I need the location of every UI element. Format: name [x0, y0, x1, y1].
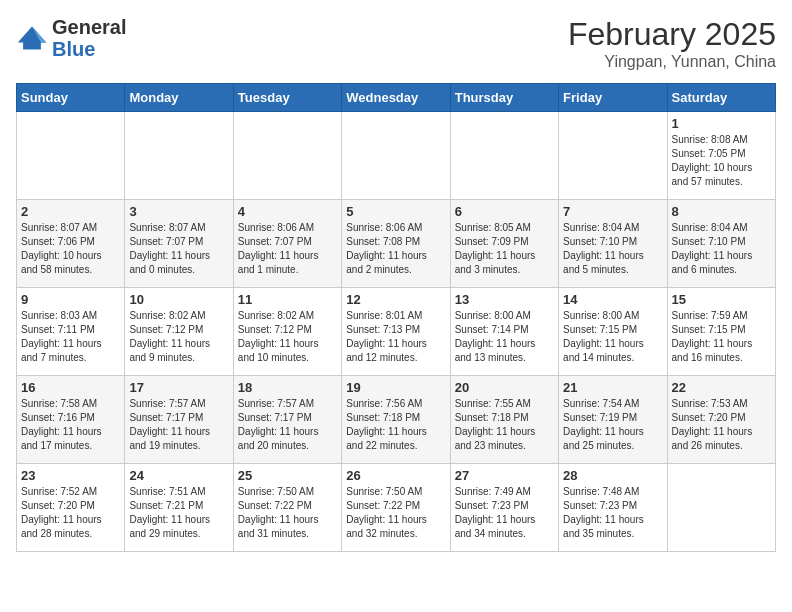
day-number: 12 — [346, 292, 445, 307]
title-block: February 2025 Yingpan, Yunnan, China — [568, 16, 776, 71]
location-subtitle: Yingpan, Yunnan, China — [568, 53, 776, 71]
day-number: 24 — [129, 468, 228, 483]
calendar-cell: 8Sunrise: 8:04 AM Sunset: 7:10 PM Daylig… — [667, 200, 775, 288]
calendar-cell: 20Sunrise: 7:55 AM Sunset: 7:18 PM Dayli… — [450, 376, 558, 464]
day-info: Sunrise: 8:03 AM Sunset: 7:11 PM Dayligh… — [21, 309, 120, 365]
calendar-cell — [342, 112, 450, 200]
day-info: Sunrise: 7:57 AM Sunset: 7:17 PM Dayligh… — [238, 397, 337, 453]
calendar-cell: 12Sunrise: 8:01 AM Sunset: 7:13 PM Dayli… — [342, 288, 450, 376]
day-info: Sunrise: 8:01 AM Sunset: 7:13 PM Dayligh… — [346, 309, 445, 365]
calendar-cell: 23Sunrise: 7:52 AM Sunset: 7:20 PM Dayli… — [17, 464, 125, 552]
day-info: Sunrise: 7:59 AM Sunset: 7:15 PM Dayligh… — [672, 309, 771, 365]
calendar-table: SundayMondayTuesdayWednesdayThursdayFrid… — [16, 83, 776, 552]
day-info: Sunrise: 8:07 AM Sunset: 7:07 PM Dayligh… — [129, 221, 228, 277]
day-number: 10 — [129, 292, 228, 307]
page-header: General Blue February 2025 Yingpan, Yunn… — [16, 16, 776, 71]
day-number: 23 — [21, 468, 120, 483]
day-info: Sunrise: 8:07 AM Sunset: 7:06 PM Dayligh… — [21, 221, 120, 277]
day-info: Sunrise: 8:00 AM Sunset: 7:14 PM Dayligh… — [455, 309, 554, 365]
week-row-3: 16Sunrise: 7:58 AM Sunset: 7:16 PM Dayli… — [17, 376, 776, 464]
calendar-cell: 25Sunrise: 7:50 AM Sunset: 7:22 PM Dayli… — [233, 464, 341, 552]
weekday-header-saturday: Saturday — [667, 84, 775, 112]
calendar-cell: 17Sunrise: 7:57 AM Sunset: 7:17 PM Dayli… — [125, 376, 233, 464]
day-number: 5 — [346, 204, 445, 219]
day-info: Sunrise: 7:56 AM Sunset: 7:18 PM Dayligh… — [346, 397, 445, 453]
week-row-2: 9Sunrise: 8:03 AM Sunset: 7:11 PM Daylig… — [17, 288, 776, 376]
calendar-cell: 5Sunrise: 8:06 AM Sunset: 7:08 PM Daylig… — [342, 200, 450, 288]
weekday-header-tuesday: Tuesday — [233, 84, 341, 112]
calendar-cell: 14Sunrise: 8:00 AM Sunset: 7:15 PM Dayli… — [559, 288, 667, 376]
day-info: Sunrise: 7:53 AM Sunset: 7:20 PM Dayligh… — [672, 397, 771, 453]
day-info: Sunrise: 7:50 AM Sunset: 7:22 PM Dayligh… — [346, 485, 445, 541]
weekday-header-row: SundayMondayTuesdayWednesdayThursdayFrid… — [17, 84, 776, 112]
calendar-cell: 18Sunrise: 7:57 AM Sunset: 7:17 PM Dayli… — [233, 376, 341, 464]
day-info: Sunrise: 8:05 AM Sunset: 7:09 PM Dayligh… — [455, 221, 554, 277]
day-info: Sunrise: 7:51 AM Sunset: 7:21 PM Dayligh… — [129, 485, 228, 541]
calendar-cell: 9Sunrise: 8:03 AM Sunset: 7:11 PM Daylig… — [17, 288, 125, 376]
calendar-cell: 15Sunrise: 7:59 AM Sunset: 7:15 PM Dayli… — [667, 288, 775, 376]
day-number: 9 — [21, 292, 120, 307]
day-number: 19 — [346, 380, 445, 395]
day-info: Sunrise: 7:52 AM Sunset: 7:20 PM Dayligh… — [21, 485, 120, 541]
weekday-header-thursday: Thursday — [450, 84, 558, 112]
day-info: Sunrise: 8:04 AM Sunset: 7:10 PM Dayligh… — [563, 221, 662, 277]
day-number: 1 — [672, 116, 771, 131]
day-info: Sunrise: 8:08 AM Sunset: 7:05 PM Dayligh… — [672, 133, 771, 189]
weekday-header-friday: Friday — [559, 84, 667, 112]
day-number: 17 — [129, 380, 228, 395]
day-number: 28 — [563, 468, 662, 483]
calendar-cell: 19Sunrise: 7:56 AM Sunset: 7:18 PM Dayli… — [342, 376, 450, 464]
day-number: 26 — [346, 468, 445, 483]
day-number: 8 — [672, 204, 771, 219]
calendar-cell — [17, 112, 125, 200]
day-number: 27 — [455, 468, 554, 483]
calendar-cell: 16Sunrise: 7:58 AM Sunset: 7:16 PM Dayli… — [17, 376, 125, 464]
day-info: Sunrise: 8:06 AM Sunset: 7:07 PM Dayligh… — [238, 221, 337, 277]
week-row-0: 1Sunrise: 8:08 AM Sunset: 7:05 PM Daylig… — [17, 112, 776, 200]
week-row-4: 23Sunrise: 7:52 AM Sunset: 7:20 PM Dayli… — [17, 464, 776, 552]
day-info: Sunrise: 7:54 AM Sunset: 7:19 PM Dayligh… — [563, 397, 662, 453]
logo: General Blue — [16, 16, 126, 60]
calendar-cell: 27Sunrise: 7:49 AM Sunset: 7:23 PM Dayli… — [450, 464, 558, 552]
weekday-header-monday: Monday — [125, 84, 233, 112]
day-info: Sunrise: 8:02 AM Sunset: 7:12 PM Dayligh… — [238, 309, 337, 365]
day-number: 3 — [129, 204, 228, 219]
calendar-cell — [233, 112, 341, 200]
day-info: Sunrise: 8:04 AM Sunset: 7:10 PM Dayligh… — [672, 221, 771, 277]
calendar-cell: 4Sunrise: 8:06 AM Sunset: 7:07 PM Daylig… — [233, 200, 341, 288]
day-number: 14 — [563, 292, 662, 307]
calendar-cell: 7Sunrise: 8:04 AM Sunset: 7:10 PM Daylig… — [559, 200, 667, 288]
calendar-cell — [450, 112, 558, 200]
day-number: 13 — [455, 292, 554, 307]
day-number: 22 — [672, 380, 771, 395]
day-info: Sunrise: 8:06 AM Sunset: 7:08 PM Dayligh… — [346, 221, 445, 277]
day-number: 4 — [238, 204, 337, 219]
weekday-header-wednesday: Wednesday — [342, 84, 450, 112]
calendar-cell: 28Sunrise: 7:48 AM Sunset: 7:23 PM Dayli… — [559, 464, 667, 552]
calendar-cell — [559, 112, 667, 200]
calendar-cell: 26Sunrise: 7:50 AM Sunset: 7:22 PM Dayli… — [342, 464, 450, 552]
calendar-cell: 21Sunrise: 7:54 AM Sunset: 7:19 PM Dayli… — [559, 376, 667, 464]
calendar-cell: 3Sunrise: 8:07 AM Sunset: 7:07 PM Daylig… — [125, 200, 233, 288]
month-title: February 2025 — [568, 16, 776, 53]
calendar-cell: 13Sunrise: 8:00 AM Sunset: 7:14 PM Dayli… — [450, 288, 558, 376]
calendar-cell: 22Sunrise: 7:53 AM Sunset: 7:20 PM Dayli… — [667, 376, 775, 464]
weekday-header-sunday: Sunday — [17, 84, 125, 112]
day-info: Sunrise: 7:55 AM Sunset: 7:18 PM Dayligh… — [455, 397, 554, 453]
day-number: 15 — [672, 292, 771, 307]
day-number: 20 — [455, 380, 554, 395]
day-number: 11 — [238, 292, 337, 307]
day-info: Sunrise: 8:00 AM Sunset: 7:15 PM Dayligh… — [563, 309, 662, 365]
calendar-cell: 1Sunrise: 8:08 AM Sunset: 7:05 PM Daylig… — [667, 112, 775, 200]
day-number: 2 — [21, 204, 120, 219]
calendar-cell: 6Sunrise: 8:05 AM Sunset: 7:09 PM Daylig… — [450, 200, 558, 288]
day-info: Sunrise: 7:57 AM Sunset: 7:17 PM Dayligh… — [129, 397, 228, 453]
day-number: 16 — [21, 380, 120, 395]
calendar-cell: 10Sunrise: 8:02 AM Sunset: 7:12 PM Dayli… — [125, 288, 233, 376]
logo-text: General Blue — [52, 16, 126, 60]
logo-icon — [16, 24, 48, 52]
calendar-cell — [667, 464, 775, 552]
week-row-1: 2Sunrise: 8:07 AM Sunset: 7:06 PM Daylig… — [17, 200, 776, 288]
day-number: 21 — [563, 380, 662, 395]
day-info: Sunrise: 7:48 AM Sunset: 7:23 PM Dayligh… — [563, 485, 662, 541]
